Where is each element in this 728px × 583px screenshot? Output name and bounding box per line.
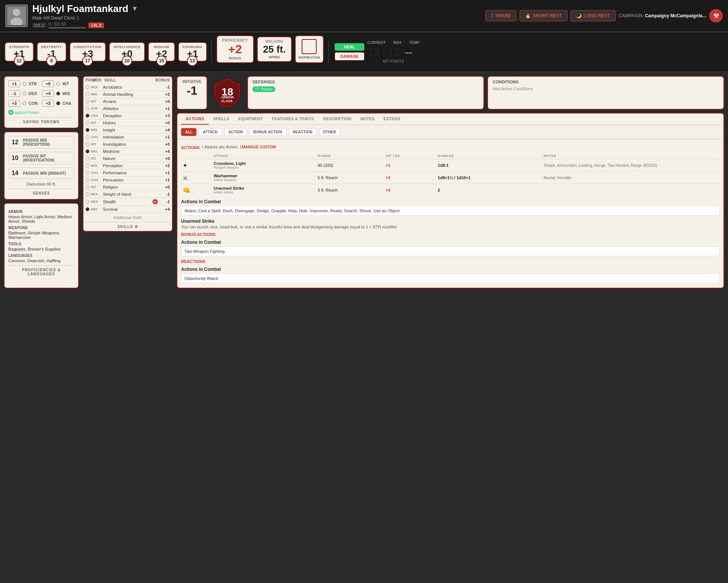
skill-dot [86,200,89,204]
passive-value: 14 [12,170,20,177]
save-row-con: +3 CON [8,100,41,107]
tab-notes[interactable]: NOTES [356,113,379,125]
ability-constitution[interactable]: CONSTITUTION +3 17 [69,42,106,62]
ability-intelligence[interactable]: INTELLIGENCE +0 10 [109,42,145,62]
app-logo: ⚒ [709,9,723,23]
skill-row[interactable]: WIS Medicine +4 [83,148,172,155]
skill-bonus: -1 [159,192,170,196]
campaign-block: CAMPAIGN: Campaigny McCampaignfa... [619,13,706,18]
ability-charisma[interactable]: CHARISMA +1 13 [178,42,207,62]
manage-custom-button[interactable]: MANAGE CUSTOM [242,145,276,149]
skill-row[interactable]: WIS Perception +2 [83,162,172,169]
skill-bonus: -1 [159,199,170,204]
damage-button[interactable]: DAMAGE [335,52,364,60]
tab-description[interactable]: DESCRIPTION [319,113,356,125]
weapon-row[interactable]: ⚔ Warhammer Melee Weapon 5 ft. Reach +3 … [181,172,720,184]
inspiration-toggle[interactable] [302,39,317,54]
filter-btn-bonus-action[interactable]: BONUS ACTION [249,128,286,136]
skill-row[interactable]: CHA Persuasion +1 [83,177,172,184]
skill-bonus: +1 [159,106,170,111]
inspiration-box[interactable]: INSPIRATION [295,35,324,63]
weapon-row[interactable]: 👊 Unarmed Strike Melee Attack 5 ft. Reac… [181,184,720,196]
attack-table-header: ATTACK RANGE HIT / DC DAMAGE NOTES [181,153,720,159]
skill-ability: INT [91,157,101,160]
skill-row[interactable]: INT Investigation +0 [83,141,172,148]
skill-row[interactable]: DEX Stealth D -1 [83,198,172,206]
save-mod: +4 [42,90,54,97]
short-rest-button[interactable]: 🔥 SHORT REST [520,10,567,21]
skill-row[interactable]: DEX Sleight of Hand -1 [83,191,172,198]
tab-spells[interactable]: SPELLS [209,113,234,125]
filter-btn-action[interactable]: ACTION [224,128,247,136]
speed-box: WALKING 25 ft. SPEED [257,36,292,62]
skill-row[interactable]: CHA Performance +1 [83,169,172,177]
skill-row[interactable]: CHA Intimidation +1 [83,134,172,141]
add-conditions[interactable]: Add Active Conditions [492,86,719,91]
initiative-val: -1 [183,84,201,98]
passive-row: 12 PASSIVE WIS (PERCEPTION) [8,136,74,149]
attack-col-notes: NOTES [542,153,720,159]
heal-button[interactable]: HEAL [335,43,364,51]
tab-features---traits[interactable]: FEATURES & TRAITS [267,113,319,125]
current-label: CURRENT [367,41,386,45]
filter-btn-other[interactable]: OTHER [319,128,340,136]
skill-row[interactable]: INT Religion +0 [83,184,172,191]
skill-row[interactable]: STR Athletics +1 [83,105,172,112]
share-icon: ⤴ [491,13,493,18]
share-button[interactable]: ⤴ SHARE [485,10,517,21]
char-name-block: Hjulkyl Foamtankard ▼ Male Hill Dwarf Cl… [32,3,481,29]
skill-row[interactable]: WIS Insight +4 [83,127,172,134]
ability-score: 13 [187,56,198,66]
skill-ability: CHA [91,114,101,118]
skill-bonus: +1 [159,135,170,139]
ability-wisdom[interactable]: WISDOM +2 15 [148,42,175,62]
additional-skills[interactable]: Additional Skills [83,213,172,222]
tab-actions[interactable]: ACTIONS [181,113,209,125]
tab-equipment[interactable]: EQUIPMENT [234,113,267,125]
skill-row[interactable]: DEX Acrobatics -1 [83,84,172,91]
save-mod: +3 [42,100,54,107]
skill-row[interactable]: INT History +0 [83,119,172,127]
skill-ability: CHA [91,171,101,175]
weapon-row[interactable]: ✦ Crossbow, Light Ranged Weapon 80 (320)… [181,159,720,172]
long-rest-button[interactable]: 🌙 LONG REST [571,10,616,21]
unarmed-block: Unarmed Strike You can punch, kick, head… [181,219,720,229]
defenses-box: DEFENSES 🛡 Poison [247,76,484,110]
skill-row[interactable]: CHA Deception +3 [83,112,172,119]
ability-strength[interactable]: STRENGTH +1 12 [5,42,34,62]
skill-row[interactable]: WIS Animal Handling +2 [83,91,172,98]
char-subtitle: Male Hill Dwarf Cleric 1 [32,15,481,21]
speed-header: WALKING [263,39,286,44]
tab-bar: ACTIONSSPELLSEQUIPMENTFEATURES & TRAITSD… [177,113,723,125]
tab-extras[interactable]: EXTRAS [379,113,405,125]
ability-dexterity[interactable]: DEXTERITY -1 8 [37,42,66,62]
attack-col-hit: HIT / DC [384,153,436,159]
skill-bonus: +4 [159,149,170,154]
save-mod: +1 [8,80,20,87]
skill-row[interactable]: INT Arcana +0 [83,98,172,105]
three-col-layout: +1 STR +0 INT -1 DEX +4 WIS +3 CON +3 CH… [0,72,728,292]
avatar [5,5,28,27]
skill-ability: INT [91,121,101,125]
skill-dot [86,150,89,153]
skill-name: Intimidation [103,135,158,139]
abilities-container: STRENGTH +1 12 DEXTERITY -1 8 CONSTITUTI… [5,42,207,62]
inspiration-label: INSPIRATION [299,56,320,59]
skill-dot [86,135,89,139]
skill-name: Athletics [103,106,158,111]
hp-current: 12 [367,45,381,59]
filter-btn-all[interactable]: ALL [181,128,196,136]
filter-btn-attack[interactable]: ATTACK [199,128,222,136]
filter-btn-reaction[interactable]: REACTION [288,128,316,136]
weapons-body: ✦ Crossbow, Light Ranged Weapon 80 (320)… [181,159,720,196]
skill-name: Arcana [103,99,158,104]
proficiency-header: PROFICIENCY [222,38,248,42]
name-dropdown-icon[interactable]: ▼ [131,5,138,13]
skill-row[interactable]: WIS Survival +4 [83,206,172,213]
actions-in-combat-label: Actions in Combat [181,199,720,204]
skill-row[interactable]: INT Nature +0 [83,155,172,162]
skill-dot [86,121,89,125]
weapon-name-cell: Warhammer Melee Weapon [212,172,316,184]
skill-ability: INT [91,142,101,146]
save-dot [23,92,26,95]
